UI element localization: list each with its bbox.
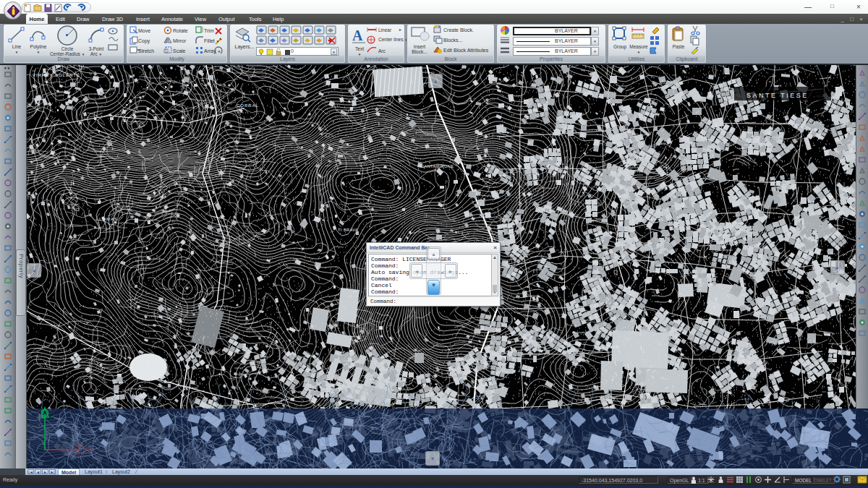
svg-text:SANTE TIESE: SANTE TIESE: [746, 92, 809, 99]
svg-text:A: A: [352, 27, 363, 43]
svg-text:CANTAGIRONE: CANTAGIRONE: [421, 164, 454, 168]
svg-text:LA RIVA: LA RIVA: [598, 345, 619, 349]
svg-text:LOMAS: LOMAS: [99, 217, 118, 221]
svg-text:TI BRAVA: TI BRAVA: [338, 228, 358, 232]
svg-text:VIRREY SOLENTE: VIRREY SOLENTE: [33, 73, 80, 77]
svg-text:FEPAL: FEPAL: [647, 217, 665, 221]
svg-text:CORRAL: CORRAL: [237, 103, 259, 108]
